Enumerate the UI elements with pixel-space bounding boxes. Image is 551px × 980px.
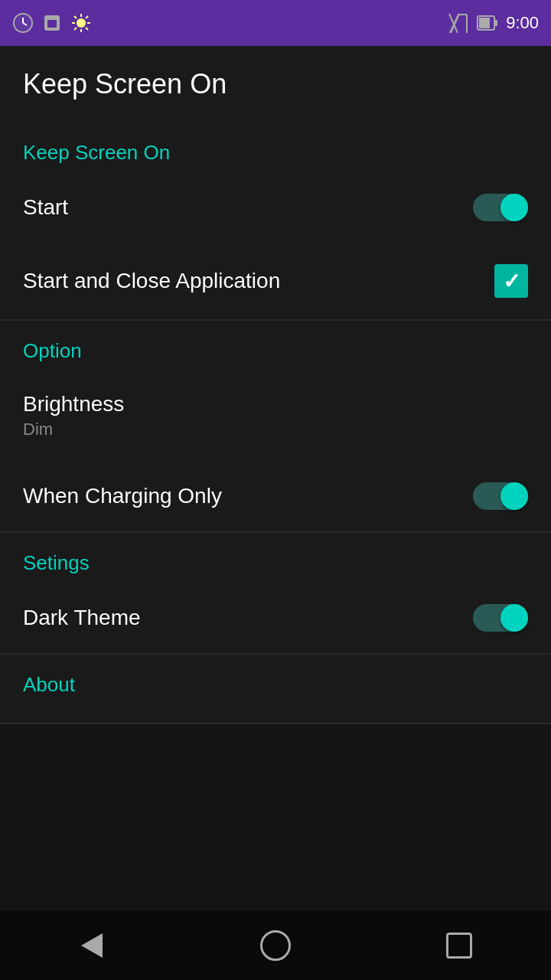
start-close-row: Start and Close Application ✓ bbox=[23, 243, 528, 319]
bottom-nav bbox=[0, 911, 551, 980]
brightness-sublabel: Dim bbox=[23, 420, 124, 439]
start-toggle[interactable] bbox=[473, 194, 528, 221]
start-close-checkbox[interactable]: ✓ bbox=[494, 264, 528, 298]
settings-header: Setings bbox=[23, 551, 528, 575]
home-icon bbox=[260, 930, 291, 961]
status-bar-left bbox=[12, 12, 92, 34]
signal-icon bbox=[448, 12, 469, 34]
recents-icon bbox=[446, 933, 472, 959]
settings-section: Setings Dark Theme bbox=[0, 533, 551, 653]
divider-4 bbox=[0, 723, 551, 724]
svg-rect-22 bbox=[494, 20, 497, 26]
start-label: Start bbox=[23, 195, 68, 220]
settings-section-inner: Setings Dark Theme bbox=[0, 533, 551, 653]
recents-button[interactable] bbox=[436, 923, 482, 969]
svg-line-13 bbox=[86, 16, 88, 18]
charging-toggle[interactable] bbox=[473, 482, 528, 510]
option-header: Option bbox=[23, 339, 528, 363]
back-icon bbox=[81, 933, 103, 958]
charging-row: When Charging Only bbox=[23, 461, 528, 531]
sim-icon bbox=[41, 12, 63, 34]
svg-rect-5 bbox=[47, 20, 57, 28]
option-section-inner: Option Brightness Dim When Charging Only bbox=[0, 321, 551, 531]
home-button[interactable] bbox=[253, 923, 298, 969]
start-close-label: Start and Close Application bbox=[23, 269, 280, 293]
dark-theme-row: Dark Theme bbox=[23, 583, 528, 653]
dark-theme-label: Dark Theme bbox=[23, 606, 141, 630]
check-icon: ✓ bbox=[503, 269, 520, 294]
charging-label: When Charging Only bbox=[23, 484, 222, 508]
svg-rect-23 bbox=[479, 18, 490, 28]
keep-screen-on-header: Keep Screen On bbox=[23, 141, 528, 165]
status-bar-right: 9:00 bbox=[448, 12, 539, 34]
brightness-row[interactable]: Brightness Dim bbox=[23, 371, 528, 461]
option-section: Option Brightness Dim When Charging Only bbox=[0, 321, 551, 531]
status-bar: 9:00 bbox=[0, 0, 551, 46]
start-toggle-knob bbox=[500, 194, 528, 221]
brightness-icon bbox=[70, 12, 92, 34]
content: Keep Screen On Start Start and Close App… bbox=[0, 122, 551, 724]
svg-line-14 bbox=[74, 28, 77, 30]
back-button[interactable] bbox=[69, 923, 115, 969]
about-header: About bbox=[23, 673, 528, 697]
svg-line-11 bbox=[74, 16, 77, 18]
brightness-label-group: Brightness Dim bbox=[23, 392, 124, 439]
about-section-inner: About bbox=[0, 655, 551, 723]
svg-line-20 bbox=[451, 14, 459, 33]
charging-toggle-knob bbox=[500, 482, 528, 510]
about-section: About bbox=[0, 655, 551, 723]
svg-point-6 bbox=[77, 18, 86, 28]
battery-icon bbox=[477, 12, 498, 34]
start-row: Start bbox=[23, 172, 528, 243]
brightness-label: Brightness bbox=[23, 392, 124, 416]
dark-theme-toggle[interactable] bbox=[473, 604, 528, 632]
keep-screen-on-section: Keep Screen On Start Start and Close App… bbox=[0, 122, 551, 319]
svg-line-12 bbox=[86, 28, 88, 30]
dark-theme-toggle-knob bbox=[500, 604, 528, 632]
clock-icon bbox=[12, 12, 34, 34]
status-time: 9:00 bbox=[506, 13, 539, 33]
app-title-bar: Keep Screen On bbox=[0, 46, 551, 122]
keep-screen-on-section-inner: Keep Screen On Start Start and Close App… bbox=[0, 122, 551, 319]
app-title: Keep Screen On bbox=[23, 68, 227, 100]
